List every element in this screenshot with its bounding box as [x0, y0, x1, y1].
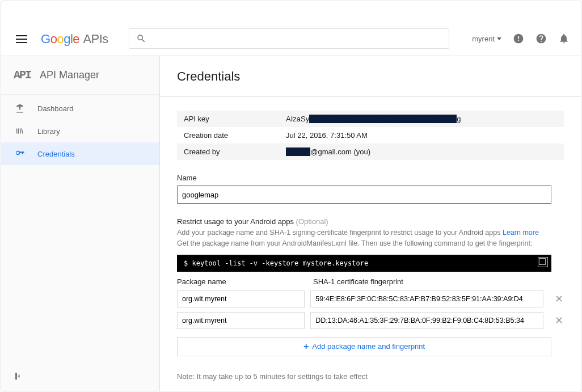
api-key-value: AIzaSyXXXXXXXXXXXXXXXXXXXXXXXXXXXXXXg [279, 111, 564, 127]
plus-icon: + [303, 342, 309, 352]
column-header-sha1: SHA-1 certificate fingerprint [313, 277, 403, 286]
settings-note: Note: It may take up to 5 minutes for se… [177, 372, 564, 381]
dashboard-icon [15, 103, 25, 113]
sha1-input[interactable] [310, 312, 543, 329]
collapse-sidebar-button[interactable] [14, 371, 24, 383]
account-name: myrent [472, 35, 495, 43]
sidebar-title: API Manager [40, 69, 99, 81]
library-icon [15, 126, 25, 136]
package-name-input[interactable] [177, 312, 305, 329]
api-logo: API [14, 69, 31, 82]
account-selector[interactable]: myrent [472, 35, 501, 43]
creation-date-value: Jul 22, 2016, 7:31:50 AM [279, 127, 564, 144]
package-name-input[interactable] [177, 290, 305, 307]
cancel-button[interactable]: Cancel [218, 391, 258, 391]
optional-label: (Optional) [296, 217, 328, 226]
alert-icon[interactable] [513, 33, 524, 44]
kv-label: Created by [177, 144, 279, 160]
kv-label: Creation date [177, 127, 279, 144]
nav-label: Dashboard [37, 104, 74, 113]
copy-icon[interactable] [538, 257, 548, 267]
delete-row-button[interactable]: ✕ [554, 314, 564, 327]
name-input[interactable] [177, 186, 551, 204]
search-input[interactable] [129, 28, 449, 49]
key-icon [15, 149, 25, 159]
restrict-description: Add your package name and SHA-1 signing-… [177, 227, 564, 249]
sidebar-item-library[interactable]: Library [1, 120, 159, 142]
nav-label: Credentials [37, 150, 75, 158]
column-header-package: Package name [177, 277, 307, 286]
sidebar-item-credentials[interactable]: Credentials [1, 142, 159, 165]
created-by-value: XXXXX@gmail.com (you) [279, 144, 564, 160]
bell-icon[interactable] [558, 33, 570, 44]
restrict-heading: Restrict usage to your Android apps [177, 217, 294, 226]
page-title: Credentials [160, 56, 581, 97]
learn-more-link[interactable]: Learn more [503, 229, 539, 237]
menu-icon[interactable] [16, 35, 27, 43]
delete-row-button[interactable]: ✕ [554, 293, 564, 305]
keytool-command: $ keytool -list -v -keystore mystore.key… [177, 255, 551, 272]
sidebar-item-dashboard[interactable]: Dashboard [1, 97, 159, 120]
google-apis-logo: Google APIs [41, 32, 108, 47]
add-package-button[interactable]: + Add package name and fingerprint [177, 337, 551, 356]
nav-label: Library [37, 127, 60, 136]
search-icon [136, 33, 146, 44]
credential-details-table: API key AIzaSyXXXXXXXXXXXXXXXXXXXXXXXXXX… [177, 111, 564, 160]
chevron-down-icon [497, 37, 501, 40]
kv-label: API key [177, 111, 279, 127]
name-label: Name [177, 174, 564, 182]
help-icon[interactable] [535, 33, 547, 44]
sha1-input[interactable] [310, 290, 543, 307]
save-button[interactable]: Save [177, 391, 212, 391]
